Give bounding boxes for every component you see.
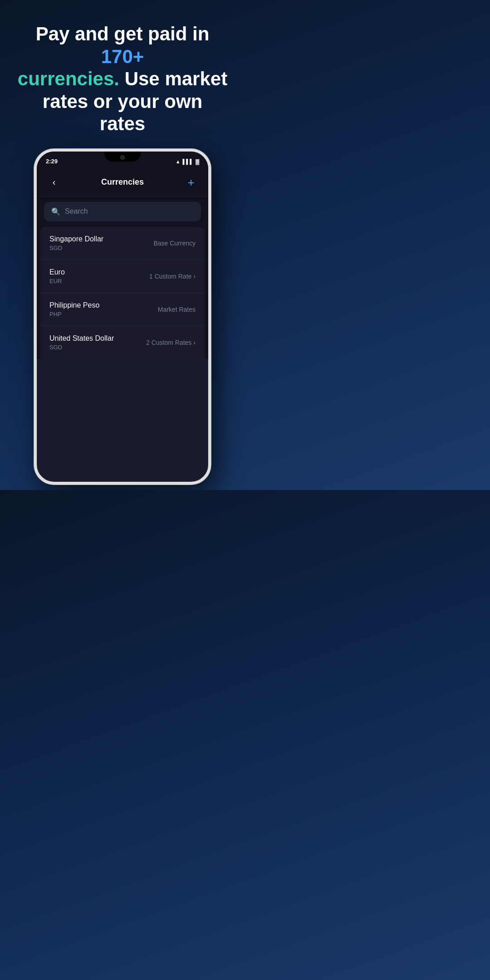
currency-left-php: Philippine Peso PHP — [49, 301, 99, 318]
hero-highlight-blue: 170+ — [101, 46, 144, 67]
currency-left-sgd: Singapore Dollar SGD — [49, 235, 103, 251]
currency-right-eur: 1 Custom Rate › — [149, 273, 196, 280]
currency-name: Philippine Peso — [49, 301, 99, 309]
search-bar[interactable]: 🔍 Search — [44, 202, 201, 221]
back-icon: ‹ — [53, 177, 56, 187]
signal-icon: ▌▌▌ — [183, 159, 193, 164]
status-time: 2:29 — [46, 158, 58, 165]
currency-status: Base Currency — [153, 240, 196, 247]
currency-list: Singapore Dollar SGD Base Currency Euro … — [40, 227, 205, 359]
currency-right-php: Market Rates — [158, 306, 196, 313]
search-container: 🔍 Search — [37, 196, 208, 227]
currency-code: EUR — [49, 278, 65, 284]
add-currency-button[interactable]: + — [183, 174, 199, 191]
hero-text-part3: rates or your own rates — [43, 91, 202, 135]
phone-notch — [104, 152, 141, 162]
currency-code: PHP — [49, 311, 99, 318]
phone-frame: 2:29 ▲ ▌▌▌ ▓ ‹ Currencies + 🔍 Search — [34, 149, 211, 485]
currency-status: 2 Custom Rates — [146, 339, 191, 346]
hero-section: Pay and get paid in 170+ currencies. Use… — [0, 0, 245, 149]
currency-name: United States Dollar — [49, 334, 114, 343]
app-screen: ‹ Currencies + 🔍 Search Singapore Dollar… — [37, 168, 208, 359]
nav-bar: ‹ Currencies + — [37, 168, 208, 196]
hero-text-part2: Use market — [119, 68, 227, 89]
back-button[interactable]: ‹ — [46, 174, 62, 191]
chevron-right-icon: › — [193, 273, 196, 280]
currency-item-eur[interactable]: Euro EUR 1 Custom Rate › — [40, 260, 205, 293]
currency-code: SGD — [49, 245, 103, 251]
camera-dot — [120, 155, 125, 160]
chevron-right-icon: › — [193, 339, 196, 346]
currency-name: Euro — [49, 268, 65, 276]
search-icon: 🔍 — [51, 207, 60, 216]
currency-item-php[interactable]: Philippine Peso PHP Market Rates — [40, 293, 205, 326]
currency-item-sgd[interactable]: Singapore Dollar SGD Base Currency — [40, 227, 205, 260]
currency-right-usd: 2 Custom Rates › — [146, 339, 196, 346]
hero-highlight-teal: currencies. — [18, 68, 119, 89]
currency-name: Singapore Dollar — [49, 235, 103, 243]
add-icon: + — [187, 176, 194, 188]
currency-status: Market Rates — [158, 306, 196, 313]
hero-text-part1: Pay and get paid in — [36, 23, 210, 44]
currency-right-sgd: Base Currency — [153, 240, 196, 247]
currency-left-usd: United States Dollar SGD — [49, 334, 114, 351]
currency-code: SGD — [49, 344, 114, 351]
battery-icon: ▓ — [196, 159, 199, 164]
wifi-icon: ▲ — [176, 159, 181, 164]
status-icons: ▲ ▌▌▌ ▓ — [176, 159, 199, 164]
currency-status: 1 Custom Rate — [149, 273, 191, 280]
hero-heading: Pay and get paid in 170+ currencies. Use… — [17, 23, 228, 135]
nav-title: Currencies — [101, 177, 144, 187]
currency-left-eur: Euro EUR — [49, 268, 65, 284]
currency-item-usd[interactable]: United States Dollar SGD 2 Custom Rates … — [40, 326, 205, 359]
search-placeholder: Search — [65, 207, 88, 216]
